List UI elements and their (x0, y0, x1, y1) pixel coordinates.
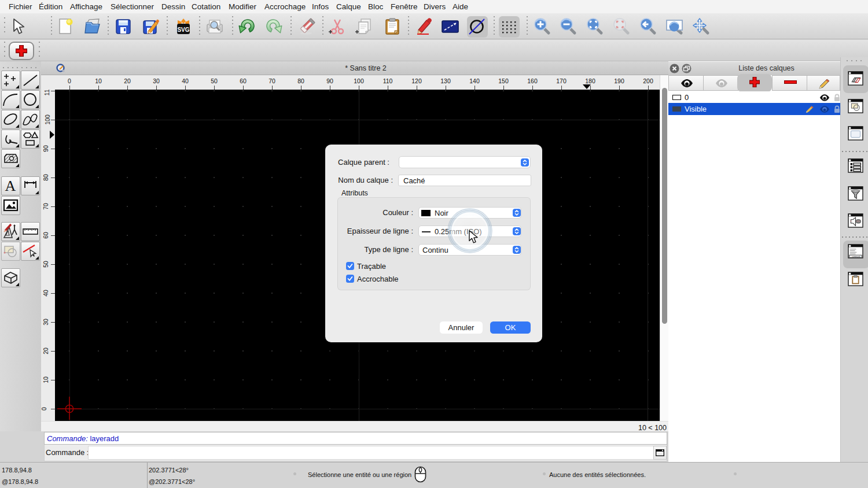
svg-text:A: A (5, 178, 16, 194)
svg-text:command: command (852, 256, 860, 258)
svg-text:SVG: SVG (177, 27, 189, 33)
